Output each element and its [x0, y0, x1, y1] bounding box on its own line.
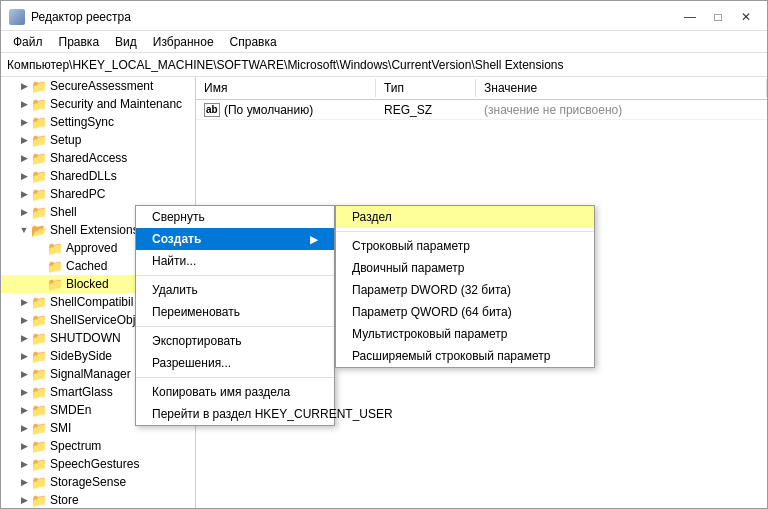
folder-icon-cached: 📁 — [47, 259, 63, 273]
tree-arrow-sharedpc: ▶ — [17, 189, 31, 199]
tree-arrow-shell: ▶ — [17, 207, 31, 217]
folder-icon-security: 📁 — [31, 97, 47, 111]
folder-icon-smartglass: 📁 — [31, 385, 47, 399]
tree-arrow-spectrum: ▶ — [17, 441, 31, 451]
col-header-name: Имя — [196, 79, 376, 97]
app-icon — [9, 9, 25, 25]
tree-arrow-sidebyside: ▶ — [17, 351, 31, 361]
submenu-item-expandstring[interactable]: Расширяемый строковый параметр — [336, 345, 594, 367]
submenu-item-razdel[interactable]: Раздел — [336, 206, 594, 228]
ctx-divider-1 — [136, 275, 334, 276]
minimize-button[interactable]: — — [677, 7, 703, 27]
tree-arrow-settingsync: ▶ — [17, 117, 31, 127]
submenu: Раздел Строковый параметр Двоичный парам… — [335, 205, 595, 368]
reg-value-icon: ab — [204, 103, 220, 117]
ctx-collapse[interactable]: Свернуть — [136, 206, 334, 228]
ctx-divider-2 — [136, 326, 334, 327]
tree-item-speechgestures[interactable]: ▶ 📁 SpeechGestures — [1, 455, 195, 473]
ctx-permissions[interactable]: Разрешения... — [136, 352, 334, 374]
close-button[interactable]: ✕ — [733, 7, 759, 27]
tree-label-setup: Setup — [50, 133, 195, 147]
submenu-item-binary[interactable]: Двоичный параметр — [336, 257, 594, 279]
folder-icon-approved: 📁 — [47, 241, 63, 255]
tree-label-store: Store — [50, 493, 195, 507]
window-controls: — □ ✕ — [677, 7, 759, 27]
ctx-goto-hkcu[interactable]: Перейти в раздел HKEY_CURRENT_USER — [136, 403, 334, 425]
cell-name: ab (По умолчанию) — [196, 103, 376, 117]
tree-label-spectrum: Spectrum — [50, 439, 195, 453]
ctx-export[interactable]: Экспортировать — [136, 330, 334, 352]
tree-arrow-shareddlls: ▶ — [17, 171, 31, 181]
ctx-find[interactable]: Найти... — [136, 250, 334, 272]
submenu-item-qword[interactable]: Параметр QWORD (64 бита) — [336, 301, 594, 323]
tree-label-security: Security and Maintenanc — [50, 97, 195, 111]
menu-help[interactable]: Справка — [222, 33, 285, 51]
submenu-item-string[interactable]: Строковый параметр — [336, 235, 594, 257]
menu-edit[interactable]: Правка — [51, 33, 108, 51]
tree-item-store[interactable]: ▶ 📁 Store — [1, 491, 195, 508]
cell-value: (значение не присвоено) — [476, 103, 767, 117]
submenu-item-multistring[interactable]: Мультистроковый параметр — [336, 323, 594, 345]
address-label: Компьютер\HKEY_LOCAL_MACHINE\SOFTWARE\Mi… — [7, 58, 564, 72]
ctx-rename[interactable]: Переименовать — [136, 301, 334, 323]
tree-arrow-shutdown: ▶ — [17, 333, 31, 343]
folder-icon-speechgestures: 📁 — [31, 457, 47, 471]
folder-icon-sidebyside: 📁 — [31, 349, 47, 363]
tree-item-shareddlls[interactable]: ▶ 📁 SharedDLLs — [1, 167, 195, 185]
tree-arrow-storagesense: ▶ — [17, 477, 31, 487]
folder-icon-blocked: 📁 — [47, 277, 63, 291]
folder-icon-shellserviceobjc: 📁 — [31, 313, 47, 327]
tree-item-spectrum[interactable]: ▶ 📁 Spectrum — [1, 437, 195, 455]
tree-arrow-store: ▶ — [17, 495, 31, 505]
tree-label-secureassessment: SecureAssessment — [50, 79, 195, 93]
folder-icon-shell: 📁 — [31, 205, 47, 219]
tree-item-security[interactable]: ▶ 📁 Security and Maintenanc — [1, 95, 195, 113]
tree-label-storagesense: StorageSense — [50, 475, 195, 489]
tree-item-sharedaccess[interactable]: ▶ 📁 SharedAccess — [1, 149, 195, 167]
menu-favorites[interactable]: Избранное — [145, 33, 222, 51]
tree-arrow-secureassessment: ▶ — [17, 81, 31, 91]
tree-label-speechgestures: SpeechGestures — [50, 457, 195, 471]
tree-arrow-smden: ▶ — [17, 405, 31, 415]
table-row[interactable]: ab (По умолчанию) REG_SZ (значение не пр… — [196, 100, 767, 120]
ctx-delete[interactable]: Удалить — [136, 279, 334, 301]
folder-icon-sharedpc: 📁 — [31, 187, 47, 201]
submenu-chevron: ▶ — [310, 234, 318, 245]
submenu-item-dword[interactable]: Параметр DWORD (32 бита) — [336, 279, 594, 301]
tree-arrow-sharedaccess: ▶ — [17, 153, 31, 163]
folder-icon-shellcompatibil: 📁 — [31, 295, 47, 309]
tree-label-sharedaccess: SharedAccess — [50, 151, 195, 165]
tree-arrow-security: ▶ — [17, 99, 31, 109]
context-menu: Свернуть Создать ▶ Найти... Удалить Пере… — [135, 205, 335, 426]
folder-icon-spectrum: 📁 — [31, 439, 47, 453]
col-header-type: Тип — [376, 79, 476, 97]
menu-file[interactable]: Файл — [5, 33, 51, 51]
tree-arrow-shellextensions: ▼ — [17, 225, 31, 235]
address-bar: Компьютер\HKEY_LOCAL_MACHINE\SOFTWARE\Mi… — [1, 53, 767, 77]
tree-item-secureassessment[interactable]: ▶ 📁 SecureAssessment — [1, 77, 195, 95]
tree-label-settingsync: SettingSync — [50, 115, 195, 129]
title-bar: Редактор реестра — □ ✕ — [1, 1, 767, 31]
folder-icon-smden: 📁 — [31, 403, 47, 417]
maximize-button[interactable]: □ — [705, 7, 731, 27]
tree-item-storagesense[interactable]: ▶ 📁 StorageSense — [1, 473, 195, 491]
tree-item-sharedpc[interactable]: ▶ 📁 SharedPC — [1, 185, 195, 203]
tree-label-sharedpc: SharedPC — [50, 187, 195, 201]
tree-arrow-smartglass: ▶ — [17, 387, 31, 397]
folder-icon-secureassessment: 📁 — [31, 79, 47, 93]
cell-type: REG_SZ — [376, 103, 476, 117]
tree-item-setup[interactable]: ▶ 📁 Setup — [1, 131, 195, 149]
folder-icon-settingsync: 📁 — [31, 115, 47, 129]
ctx-create[interactable]: Создать ▶ — [136, 228, 334, 250]
tree-arrow-signalmanager: ▶ — [17, 369, 31, 379]
tree-label-shareddlls: SharedDLLs — [50, 169, 195, 183]
folder-icon-smi: 📁 — [31, 421, 47, 435]
menu-view[interactable]: Вид — [107, 33, 145, 51]
folder-icon-setup: 📁 — [31, 133, 47, 147]
tree-arrow-shellcompatibil: ▶ — [17, 297, 31, 307]
tree-arrow-shellserviceobjc: ▶ — [17, 315, 31, 325]
folder-icon-shutdown: 📁 — [31, 331, 47, 345]
ctx-copy-name[interactable]: Копировать имя раздела — [136, 381, 334, 403]
tree-item-settingsync[interactable]: ▶ 📁 SettingSync — [1, 113, 195, 131]
folder-icon-shareddlls: 📁 — [31, 169, 47, 183]
